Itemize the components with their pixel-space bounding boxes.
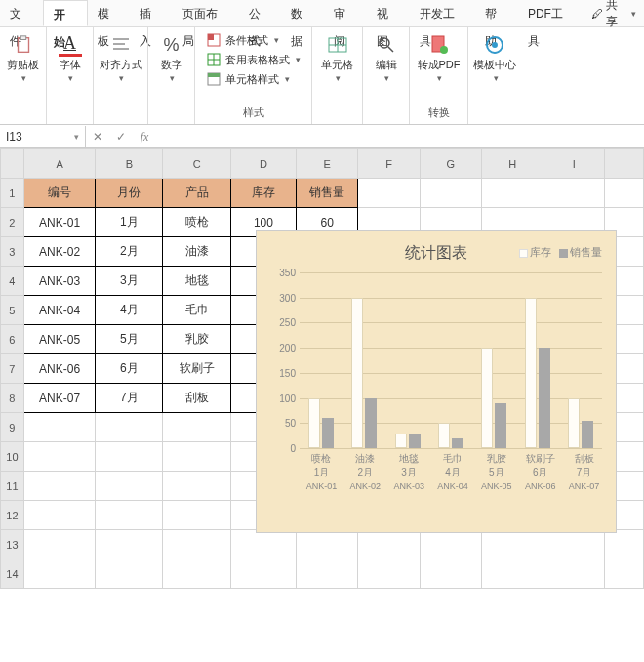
- tab-7[interactable]: 审阅: [324, 0, 367, 26]
- data-cell[interactable]: 刮板: [163, 384, 230, 413]
- col-header[interactable]: A: [23, 149, 95, 179]
- tab-3[interactable]: 插入: [130, 0, 173, 26]
- cells-button[interactable]: 单元格 ▾: [317, 31, 357, 85]
- tab-5[interactable]: 公式: [239, 0, 282, 26]
- data-cell[interactable]: 1月: [96, 208, 163, 237]
- row-header[interactable]: 3: [1, 237, 24, 267]
- tab-11[interactable]: PDF工具: [518, 0, 584, 26]
- row-header[interactable]: 9: [1, 413, 24, 442]
- table-format-button[interactable]: 套用表格格式▾: [204, 51, 302, 68]
- col-header[interactable]: I: [543, 149, 605, 179]
- row-header[interactable]: 8: [1, 384, 24, 413]
- row-header[interactable]: 7: [1, 354, 24, 384]
- table-header-cell[interactable]: 产品: [163, 179, 230, 208]
- row-header[interactable]: 14: [1, 559, 24, 589]
- data-cell[interactable]: ANK-01: [23, 208, 95, 237]
- select-all-corner[interactable]: [1, 149, 24, 179]
- row-header[interactable]: 12: [1, 501, 24, 530]
- table-header-cell[interactable]: 月份: [96, 179, 163, 208]
- data-cell[interactable]: 软刷子: [163, 354, 230, 384]
- row-header[interactable]: 1: [1, 179, 24, 208]
- tab-9[interactable]: 开发工具: [410, 0, 476, 26]
- data-cell[interactable]: 6月: [96, 354, 163, 384]
- data-cell[interactable]: ANK-05: [23, 325, 95, 354]
- tab-10[interactable]: 帮助: [475, 0, 518, 26]
- name-box[interactable]: I13 ▾: [0, 126, 86, 147]
- col-header[interactable]: G: [420, 149, 481, 179]
- editing-button[interactable]: 编辑 ▾: [371, 31, 402, 85]
- data-cell[interactable]: 喷枪: [163, 208, 230, 237]
- bar: [495, 403, 506, 448]
- data-cell[interactable]: 2月: [96, 237, 163, 267]
- col-header[interactable]: B: [96, 149, 163, 179]
- bar: [481, 348, 493, 448]
- chevron-down-icon: ▾: [437, 73, 442, 83]
- fx-icon[interactable]: fx: [133, 126, 156, 147]
- bar: [438, 423, 450, 448]
- menu-tabs: 文件开始模板插入页面布局公式数据审阅视图开发工具帮助PDF工具🖊共享 ▾: [0, 0, 644, 27]
- tab-8[interactable]: 视图: [367, 0, 410, 26]
- data-cell[interactable]: 5月: [96, 325, 163, 354]
- data-cell[interactable]: 毛巾: [163, 296, 230, 325]
- data-cell[interactable]: ANK-04: [23, 296, 95, 325]
- table-format-icon: [206, 52, 221, 67]
- template-center-button[interactable]: 模板中心 ▾: [469, 31, 520, 85]
- cancel-icon[interactable]: ✕: [86, 126, 109, 147]
- col-header[interactable]: D: [230, 149, 296, 179]
- font-button[interactable]: A 字体 ▾: [55, 31, 86, 85]
- chart-legend: 库存 销售量: [519, 245, 602, 260]
- row-header[interactable]: 13: [1, 530, 24, 559]
- bar: [568, 398, 580, 448]
- data-cell[interactable]: 7月: [96, 384, 163, 413]
- col-header[interactable]: [605, 149, 644, 179]
- data-cell[interactable]: ANK-06: [23, 354, 95, 384]
- data-cell[interactable]: 乳胶: [163, 325, 230, 354]
- align-button[interactable]: 对齐方式 ▾: [96, 31, 146, 85]
- bar: [308, 398, 320, 448]
- bar: [365, 398, 377, 448]
- data-cell[interactable]: ANK-07: [23, 384, 95, 413]
- col-header[interactable]: F: [358, 149, 420, 179]
- row-header[interactable]: 6: [1, 325, 24, 354]
- share-button[interactable]: 🖊共享 ▾: [584, 0, 644, 26]
- svg-point-18: [440, 46, 448, 54]
- data-cell[interactable]: 3月: [96, 267, 163, 296]
- tab-4[interactable]: 页面布局: [173, 0, 239, 26]
- clipboard-button[interactable]: 剪贴板 ▾: [3, 31, 43, 85]
- tab-0[interactable]: 文件: [0, 0, 43, 26]
- number-button[interactable]: % 数字 ▾: [156, 31, 187, 85]
- chart-plot-area: 050100150200250300350: [300, 272, 602, 448]
- row-header[interactable]: 11: [1, 472, 24, 501]
- chevron-down-icon: ▾: [336, 73, 341, 83]
- spreadsheet-grid[interactable]: ABCDEFGHI1编号月份产品库存销售量2ANK-011月喷枪100603AN…: [0, 148, 644, 662]
- data-cell[interactable]: 4月: [96, 296, 163, 325]
- data-cell[interactable]: 地毯: [163, 267, 230, 296]
- confirm-icon[interactable]: ✓: [109, 126, 133, 147]
- convert-pdf-button[interactable]: 转成PDF ▾: [414, 31, 464, 85]
- table-header-cell[interactable]: 编号: [23, 179, 95, 208]
- cells-icon: [326, 33, 349, 57]
- svg-point-15: [380, 38, 389, 48]
- row-header[interactable]: 5: [1, 296, 24, 325]
- tab-6[interactable]: 数据: [281, 0, 324, 26]
- col-header[interactable]: C: [163, 149, 230, 179]
- col-header[interactable]: E: [297, 149, 358, 179]
- tab-2[interactable]: 模板: [88, 0, 131, 26]
- row-header[interactable]: 10: [1, 442, 24, 472]
- col-header[interactable]: H: [481, 149, 543, 179]
- bar: [525, 298, 537, 448]
- table-header-cell[interactable]: 库存: [230, 179, 296, 208]
- data-cell[interactable]: ANK-02: [23, 237, 95, 267]
- tab-1[interactable]: 开始: [43, 0, 88, 26]
- data-cell[interactable]: 油漆: [163, 237, 230, 267]
- cell-style-button[interactable]: 单元格样式▾: [204, 70, 302, 88]
- template-icon: [483, 33, 506, 57]
- row-header[interactable]: 2: [1, 208, 24, 237]
- row-header[interactable]: 4: [1, 267, 24, 296]
- embedded-chart[interactable]: 统计图表 库存 销售量 050100150200250300350 喷枪1月AN…: [256, 230, 617, 533]
- bar: [322, 418, 334, 448]
- cond-format-button[interactable]: 条件格式▾: [204, 31, 302, 49]
- table-header-cell[interactable]: 销售量: [297, 179, 358, 208]
- data-cell[interactable]: ANK-03: [23, 267, 95, 296]
- chevron-down-icon: ▾: [74, 126, 79, 147]
